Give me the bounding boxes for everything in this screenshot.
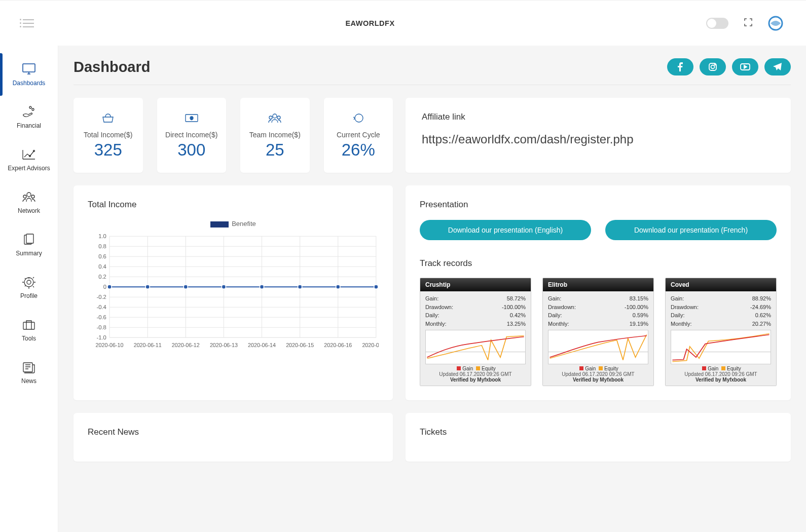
main-content: Dashboard Total Income($) 325 $ Direct I… bbox=[58, 46, 806, 532]
affiliate-title: Affiliate link bbox=[422, 112, 775, 122]
svg-point-15 bbox=[715, 64, 716, 65]
svg-text:-0.2: -0.2 bbox=[96, 294, 106, 300]
download-english-button[interactable]: Download our presentation (English) bbox=[420, 220, 591, 240]
track-footer: Updated 06.17.2020 09:26 GMT Verified by… bbox=[420, 369, 531, 386]
svg-point-23 bbox=[355, 114, 363, 122]
telegram-button[interactable] bbox=[764, 58, 791, 75]
svg-point-54 bbox=[107, 285, 112, 289]
svg-text:2020-06-16: 2020-06-16 bbox=[324, 342, 352, 348]
sidebar-item-expert-advisors[interactable]: Expert Advisors bbox=[0, 138, 58, 181]
svg-rect-8 bbox=[26, 234, 33, 243]
track-records-title: Track records bbox=[420, 258, 777, 269]
social-row bbox=[667, 58, 791, 75]
sidebar-item-profile[interactable]: Profile bbox=[0, 266, 58, 309]
svg-rect-11 bbox=[23, 322, 34, 329]
stat-value: 325 bbox=[78, 140, 139, 160]
youtube-button[interactable] bbox=[732, 58, 758, 75]
track-card-body: Gain:83.15% Drawdown:-100.00% Daily:0.59… bbox=[543, 291, 653, 369]
track-footer: Updated 06.17.2020 09:26 GMT Verified by… bbox=[666, 369, 776, 386]
svg-text:2020-06-14: 2020-06-14 bbox=[248, 342, 276, 348]
stat-team-income: Team Income($) 25 bbox=[240, 98, 310, 173]
svg-text:2020-06-11: 2020-06-11 bbox=[134, 342, 162, 348]
track-mini-chart: Gain Equity bbox=[425, 330, 526, 364]
svg-text:0.2: 0.2 bbox=[98, 274, 106, 280]
chart-legend-label: Benefite bbox=[232, 220, 256, 227]
stat-direct-income: $ Direct Income($) 300 bbox=[157, 98, 227, 173]
stat-value: 300 bbox=[161, 140, 223, 160]
svg-point-58 bbox=[260, 285, 264, 289]
cycle-icon bbox=[328, 111, 389, 125]
chart-legend: Benefite bbox=[88, 220, 379, 227]
track-records-row: Crushtip Gain:58.72% Drawdown:-100.00% D… bbox=[420, 278, 777, 386]
svg-text:-0.6: -0.6 bbox=[96, 314, 106, 320]
svg-point-56 bbox=[184, 285, 188, 289]
sidebar-item-dashboards[interactable]: Dashboards bbox=[0, 53, 58, 96]
money-icon: $ bbox=[161, 111, 223, 125]
svg-text:-0.8: -0.8 bbox=[96, 324, 106, 330]
affiliate-card: Affiliate link https://eaworldfx.com/das… bbox=[406, 98, 791, 173]
svg-text:2020-06-10: 2020-06-10 bbox=[96, 342, 124, 348]
sidebar-item-network[interactable]: Network bbox=[0, 181, 58, 223]
svg-text:2020-06-17: 2020-06-17 bbox=[362, 342, 379, 348]
svg-text:$: $ bbox=[191, 117, 193, 120]
svg-point-6 bbox=[31, 195, 34, 198]
track-card[interactable]: Elitrob Gain:83.15% Drawdown:-100.00% Da… bbox=[542, 278, 654, 386]
chart-area: Benefite 1.00.80.60.40.20-0.2-0.4-0.6-0.… bbox=[88, 220, 379, 372]
stat-label: Team Income($) bbox=[244, 130, 306, 139]
instagram-button[interactable] bbox=[700, 58, 726, 75]
svg-point-4 bbox=[27, 193, 31, 197]
stat-value: 26% bbox=[328, 140, 389, 160]
track-card-body: Gain:88.92% Drawdown:-24.69% Daily:0.62%… bbox=[666, 291, 776, 369]
sidebar-item-summary[interactable]: Summary bbox=[0, 223, 58, 266]
stat-label: Current Cycle bbox=[328, 130, 389, 139]
chart-line-icon bbox=[21, 147, 37, 162]
stat-label: Direct Income($) bbox=[161, 130, 223, 139]
newspaper-icon bbox=[21, 360, 37, 374]
menu-toggle-icon[interactable] bbox=[23, 19, 34, 27]
download-french-button[interactable]: Download our presentation (French) bbox=[605, 220, 777, 240]
sidebar-label: Financial bbox=[17, 122, 41, 129]
svg-point-10 bbox=[24, 278, 33, 287]
svg-point-61 bbox=[374, 285, 378, 289]
track-card-name: Elitrob bbox=[543, 278, 653, 291]
users-icon bbox=[21, 190, 37, 204]
affiliate-link[interactable]: https://eaworldfx.com/dash/register.php bbox=[422, 132, 775, 146]
svg-text:2020-06-13: 2020-06-13 bbox=[210, 342, 238, 348]
svg-rect-12 bbox=[23, 363, 32, 372]
chart-title: Total Income bbox=[88, 200, 379, 210]
svg-point-55 bbox=[145, 285, 150, 289]
sidebar-item-tools[interactable]: Tools bbox=[0, 309, 58, 351]
documents-icon bbox=[21, 233, 37, 247]
stat-current-cycle: Current Cycle 26% bbox=[324, 98, 393, 173]
team-icon bbox=[244, 111, 306, 125]
svg-text:0.6: 0.6 bbox=[98, 254, 106, 260]
track-card[interactable]: Crushtip Gain:58.72% Drawdown:-100.00% D… bbox=[420, 278, 531, 386]
svg-text:0: 0 bbox=[103, 284, 106, 290]
stat-label: Total Income($) bbox=[78, 130, 139, 139]
svg-text:1.0: 1.0 bbox=[98, 234, 106, 240]
line-chart: 1.00.80.60.40.20-0.2-0.4-0.6-0.8-1.0 202… bbox=[88, 233, 379, 354]
monitor-icon bbox=[21, 62, 37, 77]
sidebar: Dashboards Financial Expert Advisors Net… bbox=[0, 46, 58, 532]
sidebar-item-financial[interactable]: Financial bbox=[0, 96, 58, 138]
svg-text:-0.4: -0.4 bbox=[96, 304, 106, 310]
sidebar-item-news[interactable]: News bbox=[0, 351, 58, 394]
recent-news-title: Recent News bbox=[88, 427, 379, 437]
svg-point-22 bbox=[277, 116, 280, 119]
svg-text:2020-06-15: 2020-06-15 bbox=[286, 342, 314, 348]
fullscreen-icon[interactable] bbox=[744, 18, 753, 29]
svg-point-59 bbox=[298, 285, 302, 289]
svg-point-9 bbox=[27, 280, 31, 284]
basket-icon bbox=[78, 111, 139, 125]
svg-text:-1.0: -1.0 bbox=[96, 334, 106, 340]
theme-toggle[interactable] bbox=[706, 18, 728, 29]
track-card[interactable]: Coved Gain:88.92% Drawdown:-24.69% Daily… bbox=[665, 278, 777, 386]
recent-news-card: Recent News bbox=[74, 413, 393, 462]
svg-rect-1 bbox=[23, 64, 35, 72]
track-card-name: Crushtip bbox=[420, 278, 531, 291]
track-mini-chart: Gain Equity bbox=[548, 330, 648, 364]
track-card-name: Coved bbox=[666, 278, 776, 291]
facebook-button[interactable] bbox=[667, 58, 693, 75]
presentation-card: Presentation Download our presentation (… bbox=[406, 185, 791, 400]
hand-coins-icon bbox=[21, 105, 37, 119]
